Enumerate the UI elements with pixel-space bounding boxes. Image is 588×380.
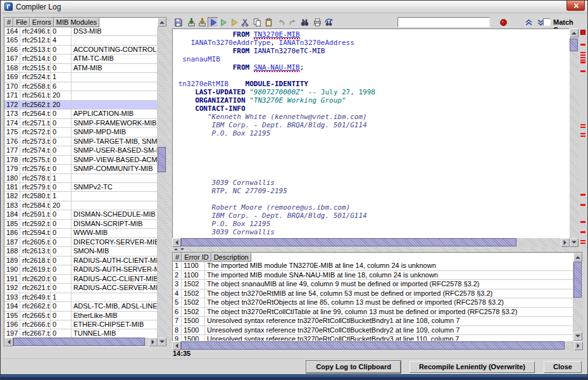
error-mark[interactable]	[580, 44, 585, 46]
table-row[interactable]: 184 rfc2591.txt 0 DISMAN-SCHEDULE-MIB	[4, 210, 158, 219]
table-row[interactable]: 193 rfc2649.txt 1	[4, 293, 158, 302]
panel-splitter[interactable]	[167, 17, 172, 347]
log-splitter[interactable]	[172, 247, 587, 252]
search-input[interactable]	[397, 17, 490, 27]
cut-icon[interactable]	[240, 17, 251, 28]
splitter-collapse-up-icon[interactable]	[174, 248, 178, 250]
redo-icon[interactable]	[287, 17, 298, 28]
scroll-up-button[interactable]	[573, 253, 582, 262]
splitter-collapse-down-icon[interactable]	[180, 248, 184, 250]
table-row[interactable]: 196 rfc2666.txt 0 ETHER-CHIPSET-MIB	[4, 320, 158, 329]
scroll-left-button[interactable]	[172, 341, 181, 350]
scrollbar-thumb[interactable]	[158, 147, 166, 172]
table-row[interactable]: 179 rfc2576.txt 0 SNMP-COMMUNITY-MIB	[4, 165, 158, 174]
scrollbar-thumb[interactable]	[570, 39, 578, 51]
table-row[interactable]: 174 rfc2571.txt 0 SNMP-FRAMEWORK-MIB	[4, 119, 158, 128]
scrollbar-track[interactable]	[158, 18, 167, 346]
error-mark[interactable]	[580, 133, 585, 137]
undo-icon[interactable]	[276, 17, 287, 28]
code-editor[interactable]: FROM TN3270E-MIB IANATn3270eAddrType, IA…	[172, 28, 570, 238]
table-row[interactable]: 164 rfc2496.txt 0 DS3-MIB	[4, 27, 158, 36]
editor-hscrollbar[interactable]	[172, 238, 570, 247]
error-row[interactable]: 4 1502 The object tn3270eRtMIB at line 5…	[173, 289, 573, 299]
table-row[interactable]: 181 rfc2579.txt 0 SNMPv2-TC	[4, 183, 158, 192]
table-row[interactable]: 189 rfc2618.txt 0 RADIUS-AUTH-CLIENT-MIB	[4, 256, 158, 265]
column-header[interactable]: MIB Modules	[54, 18, 99, 27]
error-mark[interactable]	[580, 231, 585, 233]
error-mark[interactable]	[580, 70, 585, 72]
find-icon[interactable]	[299, 17, 310, 28]
scroll-down-button[interactable]	[570, 238, 579, 247]
match-case-checkbox[interactable]	[543, 18, 551, 26]
scrollbar-thumb[interactable]	[13, 338, 145, 346]
table-row[interactable]: 173 rfc2564.txt 0 APPLICATION-MIB	[4, 110, 158, 118]
mib-module-link[interactable]: TN3270E-MIB	[254, 30, 300, 39]
table-row[interactable]: 171 rfc2561.txt 20	[4, 91, 158, 100]
record-button[interactable]	[498, 17, 509, 28]
table-row[interactable]: 169 rfc2524.txt 1	[4, 73, 158, 82]
table-row[interactable]: 192 rfc2621.txt 0 RADIUS-ACC-SERVER-MIB	[4, 284, 158, 293]
scroll-down-button[interactable]	[573, 332, 582, 341]
scroll-left-button[interactable]	[172, 238, 181, 247]
error-mark[interactable]	[580, 221, 585, 223]
table-row[interactable]: 178 rfc2575.txt 0 SNMP-VIEW-BASED-ACM-MI…	[4, 156, 158, 165]
table-row[interactable]: 187 rfc2605.txt 0 DIRECTORY-SERVER-MIB	[4, 238, 158, 247]
table-row[interactable]: 180 rfc2578.txt 1	[4, 174, 158, 183]
titlebar[interactable]: Compiler Log	[1, 1, 587, 13]
table-row[interactable]: 172 rfc2562.txt 20	[4, 101, 158, 110]
table-row[interactable]: 168 rfc2515.txt 0 ATM-MIB	[4, 64, 158, 73]
find-previous-icon[interactable]	[523, 17, 534, 28]
error-row[interactable]: 3 1502 The object snanauMIB at line 49, …	[173, 280, 573, 289]
file-table-vscrollbar[interactable]	[158, 18, 167, 346]
footer-button[interactable]: Copy Log to Clipboard	[306, 361, 401, 373]
scroll-down-button[interactable]	[158, 338, 166, 346]
table-row[interactable]: 176 rfc2573.txt 0 SNMP-TARGET-MIB, SNMP-…	[4, 137, 158, 146]
table-row[interactable]: 185 rfc2592.txt 0 DISMAN-SCRIPT-MIB	[4, 220, 158, 229]
table-row[interactable]: 175 rfc2572.txt 0 SNMP-MPD-MIB	[4, 128, 158, 137]
scroll-right-button[interactable]	[561, 238, 570, 247]
error-stripe[interactable]	[579, 28, 587, 247]
find-in-mibs-icon[interactable]	[323, 17, 334, 28]
error-row[interactable]: 7 1500 Unresolved syntax reference tn327…	[173, 317, 573, 326]
file-table-hscrollbar[interactable]	[4, 338, 158, 346]
import-mib-icon[interactable]	[186, 17, 197, 28]
error-mark[interactable]	[580, 124, 585, 128]
footer-button[interactable]: Close	[544, 361, 582, 373]
table-row[interactable]: 194 rfc2662.txt 0 ADSL-TC-MIB, ADSL-LINE…	[4, 302, 158, 311]
import-all-icon[interactable]	[197, 17, 208, 28]
table-row[interactable]: 170 rfc2558.txt 6	[4, 82, 158, 91]
error-mark[interactable]	[580, 194, 585, 196]
table-row[interactable]: 191 rfc2620.txt 0 RADIUS-ACC-CLIENT-MIB	[4, 275, 158, 284]
scroll-up-button[interactable]	[158, 18, 166, 27]
error-table-vscrollbar[interactable]	[573, 253, 583, 341]
error-mark[interactable]	[580, 240, 585, 244]
table-row[interactable]: 182 rfc2580.txt 1	[4, 192, 158, 201]
scroll-right-button[interactable]	[574, 341, 583, 350]
scrollbar-thumb[interactable]	[181, 341, 565, 350]
compile-yellow-icon[interactable]	[228, 17, 239, 28]
mib-module-link[interactable]: SNA-NAU-MIB	[254, 63, 300, 72]
scrollbar-thumb[interactable]	[573, 262, 582, 298]
table-row[interactable]: 195 rfc2665.txt 0 EtherLike-MIB	[4, 312, 158, 320]
table-row[interactable]: 188 rfc2613.txt 0 SMON-MIB	[4, 247, 158, 256]
footer-button[interactable]: Recompile Leniently (Overwrite)	[410, 361, 535, 373]
error-row[interactable]: 2 1100 The imported MIB module SNA-NAU-M…	[173, 271, 573, 281]
error-row[interactable]: 9 1500 Unresolved syntax reference tn327…	[173, 335, 573, 341]
column-header[interactable]: #	[4, 18, 13, 27]
scroll-left-button[interactable]	[4, 338, 13, 346]
table-row[interactable]: 177 rfc2574.txt 0 SNMP-USER-BASED-SM-MIB	[4, 146, 158, 155]
scrollbar-thumb[interactable]	[181, 238, 516, 246]
error-row[interactable]: 5 1502 The object tn3270eRtObjects at li…	[173, 298, 573, 308]
editor-vscrollbar[interactable]	[570, 28, 579, 247]
scroll-up-button[interactable]	[570, 28, 579, 37]
table-row[interactable]: 166 rfc2513.txt 0 ACCOUNTING-CONTROL-MIB	[4, 46, 158, 54]
table-row[interactable]: 183 rfc2584.txt 20	[4, 201, 158, 210]
column-header[interactable]: Error ID	[182, 253, 211, 262]
column-header[interactable]: Errors	[30, 18, 54, 27]
save-icon[interactable]	[173, 17, 184, 28]
scrollbar-track[interactable]	[570, 28, 579, 247]
table-row[interactable]: 167 rfc2514.txt 0 ATM-TC-MIB	[4, 54, 158, 63]
column-header[interactable]: Description	[211, 253, 251, 262]
compile-blue-icon[interactable]	[208, 17, 218, 28]
column-header[interactable]: #	[173, 253, 182, 262]
